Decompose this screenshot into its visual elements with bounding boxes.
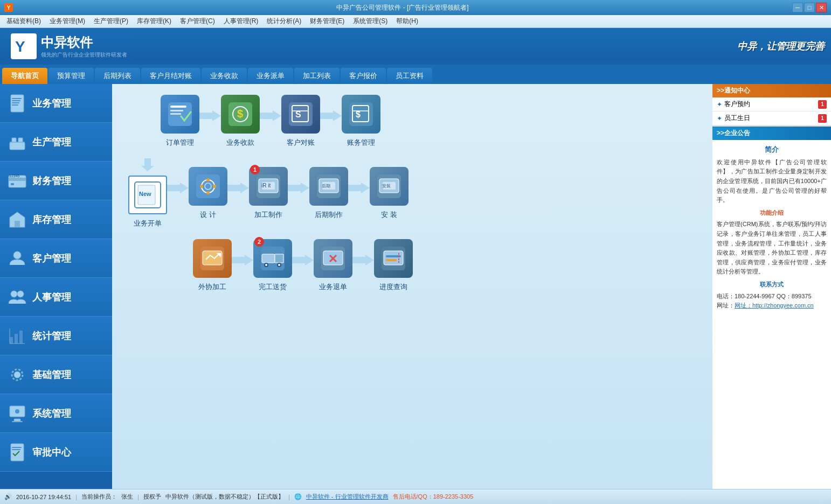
sidebar-item-tongji[interactable]: 统计管理 xyxy=(0,317,112,355)
menu-item-shengchan[interactable]: 生产管理(P) xyxy=(89,16,133,27)
svg-point-65 xyxy=(206,191,210,194)
flow-item-process[interactable]: 1 iR it 加工制作 xyxy=(249,167,288,220)
close-button[interactable]: ✕ xyxy=(816,3,827,12)
tab-home[interactable]: 导航首页 xyxy=(2,68,47,84)
sidebar-item-jichu[interactable]: 基础管理 xyxy=(0,355,112,394)
svg-marker-55 xyxy=(141,158,154,171)
announcement-func-text: 客户管理(CRM)系统，客户联系/预约/拜访记录，客户业务订单往来管理，员工人事… xyxy=(717,220,827,277)
svg-rect-87 xyxy=(262,254,275,263)
tab-budget[interactable]: 预算管理 xyxy=(49,68,94,84)
tab-dispatch[interactable]: 业务派单 xyxy=(248,68,293,84)
svg-rect-31 xyxy=(14,419,20,421)
svg-text:12345: 12345 xyxy=(9,174,20,178)
menu-item-jichu[interactable]: 基础资料(B) xyxy=(2,16,45,27)
menu-item-xitong[interactable]: 系统管理(S) xyxy=(349,16,392,27)
flow-item-outsource[interactable]: 外协加工 xyxy=(193,239,232,292)
flow-item-cancel[interactable]: 业务退单 xyxy=(314,239,352,292)
flow-item-collect[interactable]: $ 业务收款 xyxy=(221,95,260,148)
sidebar-item-yewu[interactable]: 业务管理 xyxy=(0,84,112,123)
status-bar: 🔊 2016-10-27 19:44:51 | 当前操作员： 张生 | 授权予 … xyxy=(0,489,831,504)
status-operator: 张生 xyxy=(121,493,133,501)
arrow-1 xyxy=(199,109,221,133)
sidebar-item-kucun[interactable]: 库存管理 xyxy=(0,200,112,239)
svg-rect-3 xyxy=(12,100,20,101)
minimize-button[interactable]: ─ xyxy=(792,3,803,12)
svg-marker-41 xyxy=(199,110,221,121)
tab-collection[interactable]: 业务收款 xyxy=(202,68,247,84)
svg-rect-14 xyxy=(19,176,24,178)
tab-monthly-account[interactable]: 客户月结对账 xyxy=(141,68,200,84)
status-permission: 授权予 xyxy=(143,493,161,501)
sidebar-label-yewu: 业务管理 xyxy=(32,97,71,110)
logo-icon: Y xyxy=(11,33,37,59)
sidebar-item-shenpi[interactable]: 审批中心 xyxy=(0,433,112,472)
announcement-intro-text: 欢迎使用中异软件【广告公司管理软件】，为广告加工制作企业量身定制开发的企业管理系… xyxy=(717,158,827,205)
svg-marker-98 xyxy=(352,255,374,265)
svg-text:New: New xyxy=(139,191,151,197)
menu-item-kucun[interactable]: 库存管理(K) xyxy=(133,16,176,27)
notification-item-appointment[interactable]: ✦ 客户预约 1 xyxy=(712,97,831,111)
svg-rect-39 xyxy=(170,110,183,111)
flow-item-design[interactable]: 设 计 xyxy=(189,167,227,220)
flow-item-deliver[interactable]: 2 完工送货 xyxy=(253,239,292,292)
nav-tabs: 导航首页 预算管理 后期列表 客户月结对账 业务收款 业务派单 加工列表 客户报… xyxy=(0,65,831,84)
flow-label-finance: 账务管理 xyxy=(347,138,375,148)
flow-item-progress[interactable]: 进度查询 xyxy=(374,239,413,292)
arrow-row2-1 xyxy=(167,181,189,205)
svg-rect-4 xyxy=(12,102,19,103)
sidebar-item-caiwu[interactable]: 12345 财务管理 xyxy=(0,162,112,200)
status-link[interactable]: 中异软件 - 行业管理软件开发商 xyxy=(306,493,389,501)
svg-rect-35 xyxy=(12,447,22,448)
flow-item-finance[interactable]: $ 账务管理 xyxy=(342,95,380,148)
svg-rect-24 xyxy=(15,334,18,344)
order-icon xyxy=(161,95,199,134)
sidebar-item-xitong[interactable]: 系统管理 xyxy=(0,394,112,433)
document-icon xyxy=(6,93,28,114)
svg-rect-23 xyxy=(10,337,13,344)
flow-item-postprod[interactable]: 后期 后期制作 xyxy=(309,167,348,220)
tab-postprod-list[interactable]: 后期列表 xyxy=(95,68,140,84)
flow-item-account[interactable]: S 客户对账 xyxy=(281,95,320,148)
arrow-row3-3 xyxy=(352,254,374,277)
status-datetime: 2016-10-27 19:44:51 xyxy=(16,494,71,500)
announcement-func-title: 功能介绍 xyxy=(717,208,827,218)
maximize-button[interactable]: □ xyxy=(804,3,815,12)
menu-item-kehu[interactable]: 客户管理(C) xyxy=(176,16,219,27)
right-panel: >>通知中心 ✦ 客户预约 1 ✦ 员工生日 1 >>企业公告 简介 欢迎使用中… xyxy=(712,84,831,489)
sidebar-item-kehu[interactable]: 客户管理 xyxy=(0,239,112,278)
sidebar-item-shengchan[interactable]: 生产管理 xyxy=(0,123,112,162)
announcement-website: 网址：网址：http://zhongyee.com.cn xyxy=(717,301,827,311)
cancel-icon xyxy=(314,239,352,278)
notification-item-birthday[interactable]: ✦ 员工生日 1 xyxy=(712,111,831,125)
svg-point-22 xyxy=(17,291,24,297)
menu-item-yewu[interactable]: 业务管理(M) xyxy=(45,16,89,27)
notif-text-birthday: 员工生日 xyxy=(724,114,818,123)
sidebar-label-tongji: 统计管理 xyxy=(32,330,71,342)
hr-icon xyxy=(6,286,28,308)
outsource-icon xyxy=(193,239,232,278)
tab-quote[interactable]: 客户报价 xyxy=(341,68,386,84)
tab-process-list[interactable]: 加工列表 xyxy=(294,68,340,84)
menu-item-renshi[interactable]: 人事管理(R) xyxy=(219,16,263,27)
system-icon xyxy=(6,403,28,424)
flow-item-install[interactable]: 安装 安 装 xyxy=(370,167,408,220)
flow-item-new-order[interactable]: New 业务开单 xyxy=(128,176,167,228)
svg-text:后期: 后期 xyxy=(322,184,330,188)
svg-rect-83 xyxy=(203,251,222,265)
postprod-icon: 后期 xyxy=(309,167,348,206)
status-operator-label: 当前操作员： xyxy=(81,493,117,501)
announcement-phone: 电话：180-2244-9967 QQ：899375 xyxy=(717,292,827,302)
menu-item-bangzhu[interactable]: 帮助(H) xyxy=(392,16,423,27)
collect-icon: $ xyxy=(221,95,260,134)
sidebar-label-shengchan: 生产管理 xyxy=(32,136,71,149)
flow-item-order[interactable]: 订单管理 xyxy=(161,95,199,148)
menu-item-tongji[interactable]: 统计分析(A) xyxy=(262,16,306,27)
arrow-row3-1 xyxy=(232,254,253,277)
tab-staff[interactable]: 员工资料 xyxy=(387,68,432,84)
svg-point-64 xyxy=(213,185,216,188)
title-icon: Y xyxy=(4,3,13,12)
menu-item-caiwu[interactable]: 财务管理(E) xyxy=(306,16,349,27)
svg-rect-5 xyxy=(12,104,18,106)
sidebar-item-renshi[interactable]: 人事管理 xyxy=(0,278,112,317)
customer-icon xyxy=(6,248,28,269)
